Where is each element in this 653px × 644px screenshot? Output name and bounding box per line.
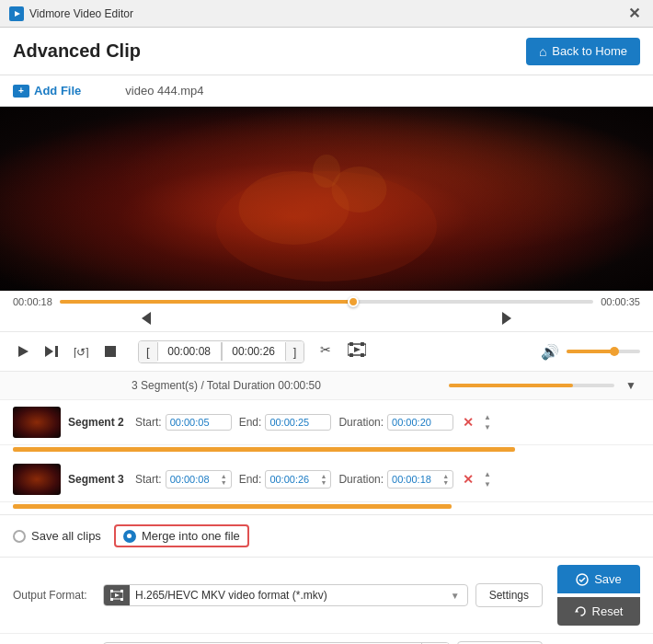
start-label: Start: <box>135 473 162 486</box>
segment-progress-bar <box>13 504 452 509</box>
start-spin-up[interactable]: ▲ <box>221 473 227 479</box>
end-spin-down[interactable]: ▼ <box>320 479 326 486</box>
segment-label: Segment 2 <box>68 416 128 429</box>
markers-row <box>13 313 640 328</box>
segment-end-group: End: 00:00:25 <box>239 414 332 431</box>
step-forward-button[interactable] <box>40 341 63 362</box>
merge-option-box: Merge into one file <box>114 524 249 547</box>
svg-rect-21 <box>110 590 113 592</box>
save-button[interactable]: Save <box>557 565 640 593</box>
segment-down-button[interactable]: ▼ <box>483 423 492 432</box>
close-button[interactable]: ✕ <box>624 5 644 22</box>
svg-rect-24 <box>120 598 123 601</box>
page-title: Advanced Clip <box>13 40 141 62</box>
video-overlay-svg <box>0 107 653 291</box>
segment-up-button[interactable]: ▲ <box>483 413 492 422</box>
volume-fill <box>567 350 614 353</box>
duration-spin-up[interactable]: ▲ <box>442 473 449 479</box>
range-marker-right[interactable] <box>502 312 511 325</box>
svg-marker-27 <box>575 609 579 613</box>
title-bar-left: Vidmore Video Editor <box>9 6 133 21</box>
reset-button[interactable]: Reset <box>557 597 640 626</box>
end-time-label: 00:00:35 <box>601 296 640 307</box>
merge-into-one-option[interactable]: Merge into one file <box>123 529 240 543</box>
output-format-label: Output Format: <box>13 589 96 602</box>
segment-down-button[interactable]: ▼ <box>483 480 492 489</box>
scrubber-thumb[interactable] <box>348 296 359 307</box>
bracket-right-button[interactable]: ] <box>286 341 304 362</box>
segments-dropdown-button[interactable]: ▼ <box>622 376 640 395</box>
segment-delete-button[interactable]: ✕ <box>461 472 475 487</box>
cut-button[interactable]: ✂ <box>317 339 339 363</box>
segment-end-value[interactable]: 00:00:26 ▲ ▼ <box>265 470 331 489</box>
svg-point-7 <box>313 155 340 188</box>
merge-into-one-radio[interactable] <box>123 530 136 543</box>
stop-button[interactable] <box>101 342 120 361</box>
svg-rect-10 <box>55 346 58 357</box>
filmstrip-button[interactable] <box>345 339 369 363</box>
reset-label: Reset <box>592 604 624 618</box>
volume-thumb[interactable] <box>610 347 619 356</box>
save-reset-col: Save Reset <box>557 565 640 626</box>
svg-text:[↺]: [↺] <box>74 346 89 358</box>
segment-up-button[interactable]: ▲ <box>483 470 492 479</box>
bracket-left-button[interactable]: [ <box>139 341 157 362</box>
output-section: Output Format: H.265/HEVC MKV video form… <box>0 558 653 644</box>
settings-button[interactable]: Settings <box>475 583 543 607</box>
format-icon-box <box>104 585 130 605</box>
segment-duration-group: Duration: 00:00:20 <box>338 414 453 431</box>
svg-marker-8 <box>18 346 29 357</box>
svg-rect-12 <box>105 346 116 357</box>
svg-text:+: + <box>18 86 24 96</box>
back-to-home-label: Back to Home <box>552 44 627 58</box>
scrubber-track[interactable] <box>60 300 593 304</box>
current-time-label: 00:00:18 <box>13 296 52 307</box>
end-label: End: <box>239 416 262 429</box>
end-label: End: <box>239 473 262 486</box>
segment-bar-row <box>0 502 653 514</box>
add-file-button[interactable]: + Add File <box>13 84 81 98</box>
end-spinners: ▲ ▼ <box>320 473 326 486</box>
segment-thumb <box>13 407 61 438</box>
play-button[interactable] <box>13 341 33 362</box>
segment-start-group: Start: 00:00:08 ▲ ▼ <box>135 470 232 489</box>
start-spin-down[interactable]: ▼ <box>221 479 227 486</box>
segment-thumbnail <box>13 464 61 495</box>
duration-label: Duration: <box>338 416 384 429</box>
segments-progress-fill <box>449 384 573 387</box>
loop-button[interactable]: [↺] <box>70 341 94 362</box>
segment-bar-row <box>0 445 653 457</box>
timeline-section: 00:00:18 00:00:35 <box>0 291 653 332</box>
segment-progress-bar <box>13 447 515 452</box>
segment-start-input[interactable] <box>157 342 222 361</box>
output-format-row: Output Format: H.265/HEVC MKV video form… <box>0 558 653 634</box>
svg-rect-22 <box>110 598 113 601</box>
app-icon <box>9 6 24 21</box>
segment-duration-value: 00:00:20 <box>387 414 453 431</box>
save-all-clips-option[interactable]: Save all clips <box>13 529 101 543</box>
segment-duration-value[interactable]: 00:00:18 ▲ ▼ <box>387 470 453 489</box>
svg-text:✂: ✂ <box>320 342 331 357</box>
segment-start-value[interactable]: 00:00:08 ▲ ▼ <box>166 470 232 489</box>
app-title: Vidmore Video Editor <box>29 7 133 20</box>
duration-spinners: ▲ ▼ <box>442 473 449 486</box>
segment-delete-button[interactable]: ✕ <box>461 415 475 430</box>
scrubber-row: 00:00:18 00:00:35 <box>13 296 640 307</box>
volume-group: 🔊 <box>541 343 640 361</box>
volume-track[interactable] <box>567 350 640 353</box>
table-row: Segment 3 Start: 00:00:08 ▲ ▼ End: 00:00… <box>0 457 653 502</box>
end-spin-up[interactable]: ▲ <box>320 473 326 479</box>
format-select[interactable]: H.265/HEVC MKV video format (*.mkv) <box>130 585 443 605</box>
back-to-home-button[interactable]: ⌂ Back to Home <box>526 38 640 65</box>
segment-end-input[interactable] <box>222 342 286 361</box>
svg-marker-25 <box>115 593 120 597</box>
duration-spin-down[interactable]: ▼ <box>442 479 449 486</box>
merge-into-one-label: Merge into one file <box>142 529 240 543</box>
add-file-label: Add File <box>34 84 81 98</box>
format-select-wrapper: H.265/HEVC MKV video format (*.mkv) ▼ <box>103 584 468 606</box>
save-all-clips-label: Save all clips <box>31 529 101 543</box>
file-name: video 444.mp4 <box>125 84 203 98</box>
range-marker-left[interactable] <box>142 312 151 325</box>
svg-marker-19 <box>354 347 361 352</box>
save-all-clips-radio[interactable] <box>13 530 26 543</box>
